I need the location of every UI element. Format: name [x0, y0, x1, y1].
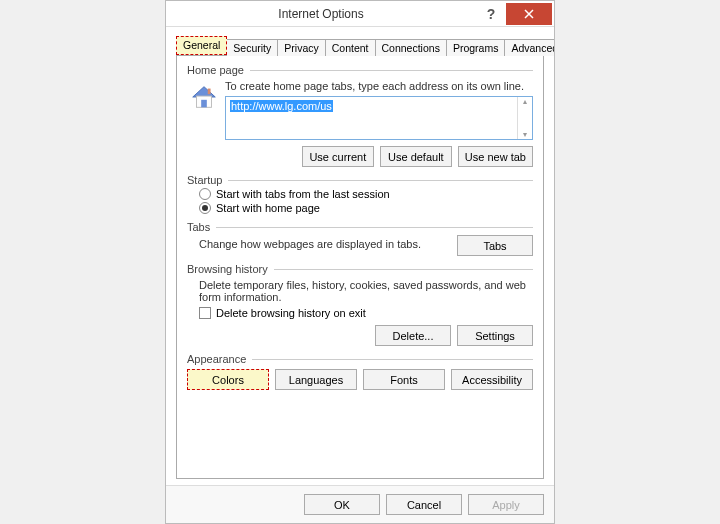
checkbox-icon — [199, 307, 211, 319]
scroll-up-icon: ▴ — [523, 97, 527, 106]
delete-on-exit-checkbox[interactable]: Delete browsing history on exit — [199, 307, 533, 319]
appearance-legend: Appearance — [187, 353, 246, 365]
close-icon — [524, 9, 534, 19]
fonts-button[interactable]: Fonts — [363, 369, 445, 390]
homepage-desc: To create home page tabs, type each addr… — [225, 80, 533, 92]
homepage-url-input[interactable]: http://www.lg.com/us ▴ ▾ — [225, 96, 533, 140]
homepage-legend: Home page — [187, 64, 244, 76]
tabs-legend: Tabs — [187, 221, 210, 233]
accessibility-button[interactable]: Accessibility — [451, 369, 533, 390]
group-tabs: Tabs Change how webpages are displayed i… — [187, 221, 533, 256]
use-current-button[interactable]: Use current — [302, 146, 374, 167]
dialog-footer: OK Cancel Apply — [166, 485, 554, 523]
group-history: Browsing history Delete temporary files,… — [187, 263, 533, 346]
help-button[interactable]: ? — [476, 6, 506, 22]
use-new-tab-button[interactable]: Use new tab — [458, 146, 533, 167]
tab-content[interactable]: Content — [325, 39, 376, 56]
svg-rect-3 — [208, 89, 211, 95]
window-title: Internet Options — [166, 7, 476, 21]
internet-options-dialog: Internet Options ? General Security Priv… — [165, 0, 555, 524]
history-desc: Delete temporary files, history, cookies… — [199, 279, 533, 303]
homepage-url-value: http://www.lg.com/us — [230, 100, 333, 112]
tab-connections[interactable]: Connections — [375, 39, 447, 56]
cancel-button[interactable]: Cancel — [386, 494, 462, 515]
tabs-button[interactable]: Tabs — [457, 235, 533, 256]
scroll-buttons[interactable]: ▴ ▾ — [517, 97, 532, 139]
group-appearance: Appearance Colors Languages Fonts Access… — [187, 353, 533, 390]
radio-icon — [199, 188, 211, 200]
group-startup: Startup Start with tabs from the last se… — [187, 174, 533, 214]
tab-privacy[interactable]: Privacy — [277, 39, 325, 56]
tab-security[interactable]: Security — [226, 39, 278, 56]
delete-on-exit-label: Delete browsing history on exit — [216, 307, 366, 319]
radio-last-session-label: Start with tabs from the last session — [216, 188, 390, 200]
titlebar: Internet Options ? — [166, 1, 554, 27]
radio-home-page-label: Start with home page — [216, 202, 320, 214]
scroll-down-icon: ▾ — [523, 130, 527, 139]
tab-advanced[interactable]: Advanced — [504, 39, 554, 56]
ok-button[interactable]: OK — [304, 494, 380, 515]
svg-rect-2 — [201, 100, 207, 108]
settings-button[interactable]: Settings — [457, 325, 533, 346]
close-button[interactable] — [506, 3, 552, 25]
tabpanel-general: Home page To create home page tabs, type… — [176, 55, 544, 479]
dialog-body: General Security Privacy Content Connect… — [166, 27, 554, 485]
radio-home-page[interactable]: Start with home page — [199, 202, 533, 214]
home-icon — [189, 82, 219, 112]
history-legend: Browsing history — [187, 263, 268, 275]
apply-button[interactable]: Apply — [468, 494, 544, 515]
delete-button[interactable]: Delete... — [375, 325, 451, 346]
group-homepage: Home page To create home page tabs, type… — [187, 64, 533, 167]
tab-general[interactable]: General — [176, 36, 227, 55]
tab-programs[interactable]: Programs — [446, 39, 506, 56]
radio-last-session[interactable]: Start with tabs from the last session — [199, 188, 533, 200]
startup-legend: Startup — [187, 174, 222, 186]
radio-icon — [199, 202, 211, 214]
languages-button[interactable]: Languages — [275, 369, 357, 390]
tabstrip: General Security Privacy Content Connect… — [176, 35, 544, 55]
use-default-button[interactable]: Use default — [380, 146, 452, 167]
colors-button[interactable]: Colors — [187, 369, 269, 390]
svg-marker-0 — [193, 87, 216, 97]
tabs-desc: Change how webpages are displayed in tab… — [199, 238, 457, 250]
